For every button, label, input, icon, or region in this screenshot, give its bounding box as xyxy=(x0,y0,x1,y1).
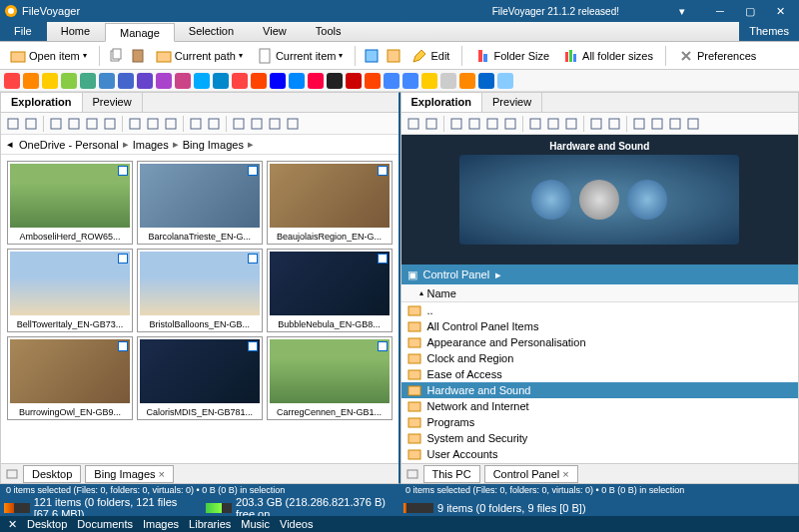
location-tab[interactable]: Control Panel× xyxy=(484,465,578,483)
list-item[interactable]: Programs xyxy=(401,414,799,430)
thumbnail-item[interactable]: BarcolanaTrieste_EN-G... xyxy=(137,161,263,245)
tiles-view-icon[interactable] xyxy=(484,116,500,132)
tab-preview[interactable]: Preview xyxy=(83,93,143,112)
launcher-icon-15[interactable] xyxy=(289,73,305,89)
launcher-icon-8[interactable] xyxy=(156,73,172,89)
menu-selection[interactable]: Selection xyxy=(175,22,249,41)
launcher-icon-23[interactable] xyxy=(440,73,456,89)
launcher-icon-7[interactable] xyxy=(137,73,153,89)
close-tab-icon[interactable]: × xyxy=(562,468,568,480)
left-content[interactable]: AmboseliHerd_ROW65...BarcolanaTrieste_EN… xyxy=(1,155,399,463)
close-tab-icon[interactable]: × xyxy=(159,468,165,480)
sort-icon[interactable] xyxy=(188,116,204,132)
launcher-icon-1[interactable] xyxy=(23,73,39,89)
launcher-icon-12[interactable] xyxy=(232,73,248,89)
tree-icon[interactable] xyxy=(527,116,543,132)
tab-exploration[interactable]: Exploration xyxy=(1,93,83,112)
launcher-icon-9[interactable] xyxy=(175,73,191,89)
breadcrumb-seg[interactable]: OneDrive - Personal xyxy=(19,139,119,151)
back-icon[interactable] xyxy=(649,116,665,132)
breadcrumb-seg[interactable]: Bing Images xyxy=(183,139,244,151)
open-item-button[interactable]: Open item▾ xyxy=(6,46,91,66)
lock-icon[interactable] xyxy=(423,116,439,132)
launcher-icon-0[interactable] xyxy=(4,73,20,89)
tab-exploration[interactable]: Exploration xyxy=(401,93,483,112)
quick-documents[interactable]: Documents xyxy=(77,518,133,530)
list-item[interactable]: All Control Panel Items xyxy=(401,318,799,334)
filter-icon[interactable] xyxy=(563,116,579,132)
close-button[interactable]: ✕ xyxy=(765,5,795,18)
refresh-icon[interactable] xyxy=(631,116,647,132)
sort-icon[interactable] xyxy=(588,116,604,132)
action1-icon[interactable] xyxy=(364,48,380,64)
breadcrumb-seg[interactable]: Images xyxy=(133,139,169,151)
launcher-icon-10[interactable] xyxy=(194,73,210,89)
edit-button[interactable]: Edit xyxy=(407,46,453,66)
list-item[interactable]: .. xyxy=(401,302,799,318)
launcher-icon-4[interactable] xyxy=(80,73,96,89)
list-item[interactable]: Clock and Region xyxy=(401,350,799,366)
launcher-icon-16[interactable] xyxy=(308,73,324,89)
maximize-button[interactable]: ▢ xyxy=(735,5,765,18)
quick-desktop[interactable]: Desktop xyxy=(27,518,67,530)
close-quickbar-icon[interactable]: ✕ xyxy=(8,518,17,531)
launcher-icon-25[interactable] xyxy=(478,73,494,89)
thumbnail-item[interactable]: BeaujolaisRegion_EN-G... xyxy=(267,161,393,245)
columns-icon[interactable] xyxy=(545,116,561,132)
launcher-icon-26[interactable] xyxy=(497,73,513,89)
list-item[interactable]: User Accounts xyxy=(401,446,799,462)
details-view-icon[interactable] xyxy=(66,116,82,132)
launcher-icon-17[interactable] xyxy=(327,73,343,89)
details-view-icon[interactable] xyxy=(466,116,482,132)
group-icon[interactable] xyxy=(606,116,622,132)
launcher-icon-11[interactable] xyxy=(213,73,229,89)
back-icon[interactable] xyxy=(249,116,265,132)
tree-icon[interactable] xyxy=(127,116,143,132)
menu-view[interactable]: View xyxy=(249,22,302,41)
folder-icon[interactable] xyxy=(5,116,21,132)
thumbnails-view-icon[interactable] xyxy=(502,116,518,132)
thumbnail-item[interactable]: CarregCennen_EN-GB1... xyxy=(267,336,393,420)
group-icon[interactable] xyxy=(206,116,222,132)
news-link[interactable]: FileVoyager 21.1.2 released! xyxy=(492,6,619,17)
quick-music[interactable]: Music xyxy=(241,518,270,530)
thumbnail-item[interactable]: AmboseliHerd_ROW65... xyxy=(7,161,133,245)
launcher-icon-13[interactable] xyxy=(251,73,267,89)
breadcrumb-seg[interactable]: Control Panel xyxy=(423,268,490,280)
menu-home[interactable]: Home xyxy=(47,22,105,41)
thumbnail-item[interactable]: BristolBalloons_EN-GB... xyxy=(137,249,263,332)
location-tab[interactable]: Bing Images× xyxy=(85,465,174,483)
location-tab[interactable]: This PC xyxy=(423,465,480,483)
folder-size-button[interactable]: Folder Size xyxy=(470,46,553,66)
launcher-icon-20[interactable] xyxy=(384,73,400,89)
file-list[interactable]: ..All Control Panel ItemsAppearance and … xyxy=(401,302,799,463)
launcher-icon-21[interactable] xyxy=(402,73,418,89)
launcher-icon-5[interactable] xyxy=(99,73,115,89)
preferences-button[interactable]: Preferences xyxy=(674,46,760,66)
paste-icon[interactable] xyxy=(130,48,146,64)
forward-icon[interactable] xyxy=(667,116,683,132)
list-item[interactable]: Hardware and Sound xyxy=(401,382,799,398)
launcher-icon-2[interactable] xyxy=(42,73,58,89)
all-folder-sizes-button[interactable]: All folder sizes xyxy=(559,46,657,66)
launcher-icon-18[interactable] xyxy=(346,73,362,89)
quick-videos[interactable]: Videos xyxy=(280,518,313,530)
launcher-icon-22[interactable] xyxy=(421,73,437,89)
thumbnail-item[interactable]: BubbleNebula_EN-GB8... xyxy=(267,249,393,332)
menu-themes[interactable]: Themes xyxy=(739,22,799,41)
launcher-icon-24[interactable] xyxy=(459,73,475,89)
list-view-icon[interactable] xyxy=(48,116,64,132)
filter-icon[interactable] xyxy=(163,116,179,132)
menu-tools[interactable]: Tools xyxy=(302,22,357,41)
tiles-view-icon[interactable] xyxy=(84,116,100,132)
up-icon[interactable] xyxy=(285,116,301,132)
quick-libraries[interactable]: Libraries xyxy=(189,518,231,530)
quick-images[interactable]: Images xyxy=(143,518,179,530)
lock-icon[interactable] xyxy=(23,116,39,132)
thumbnail-item[interactable]: BellTowerItaly_EN-GB73... xyxy=(7,249,133,332)
current-path-button[interactable]: Current path▾ xyxy=(152,46,247,66)
news-dropdown-icon[interactable]: ▾ xyxy=(679,5,685,18)
list-view-icon[interactable] xyxy=(448,116,464,132)
list-item[interactable]: Network and Internet xyxy=(401,398,799,414)
refresh-icon[interactable] xyxy=(231,116,247,132)
